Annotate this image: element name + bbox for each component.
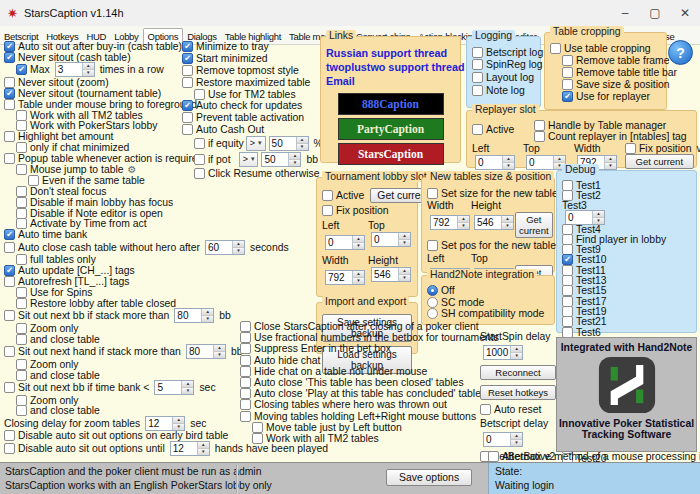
down-arrow-icon[interactable]: ▼ bbox=[83, 70, 94, 76]
checkbox-test17[interactable] bbox=[562, 296, 573, 307]
checkbox-restore-maximized-table[interactable] bbox=[182, 77, 193, 88]
save-options-button[interactable]: Save options bbox=[386, 469, 472, 486]
checkbox-suppress-enter-in-the-bet-box[interactable] bbox=[240, 343, 251, 354]
checkbox-zoom-only[interactable] bbox=[16, 359, 27, 370]
radio-sh-compatibility-mode[interactable] bbox=[427, 308, 438, 319]
get-current-button[interactable]: Get current bbox=[515, 212, 553, 238]
up-arrow-icon[interactable]: ▲ bbox=[511, 433, 522, 440]
checkbox-auto-reset[interactable] bbox=[480, 404, 491, 415]
checkbox-save-size-position[interactable] bbox=[562, 79, 573, 90]
checkbox-never-sitout-zoom[interactable] bbox=[4, 77, 15, 88]
checkbox-use-table-cropping[interactable] bbox=[550, 43, 561, 54]
width-spinner[interactable]: 792▲▼ bbox=[325, 270, 365, 285]
checkbox-sit-out-next-bb-if-stack-more-than[interactable] bbox=[4, 310, 15, 321]
spinner-arrows[interactable]: ▲▼ bbox=[510, 433, 522, 446]
up-arrow-icon[interactable]: ▲ bbox=[182, 381, 193, 388]
checkbox-spinreg-log[interactable] bbox=[472, 59, 483, 70]
spinner-arrows[interactable]: ▲▼ bbox=[501, 216, 513, 229]
checkbox-disable-auto-sit-out-options-until[interactable] bbox=[4, 443, 15, 454]
down-arrow-icon[interactable]: ▼ bbox=[458, 223, 469, 229]
left-spinner[interactable]: 0▲▼ bbox=[325, 235, 365, 250]
number-spinner[interactable]: 50▲▼ bbox=[261, 152, 301, 167]
down-arrow-icon[interactable]: ▼ bbox=[511, 353, 522, 359]
down-arrow-icon[interactable]: ▼ bbox=[605, 163, 616, 169]
spinner-arrows[interactable]: ▲▼ bbox=[197, 442, 209, 455]
up-arrow-icon[interactable]: ▲ bbox=[353, 236, 364, 243]
checkbox-note-log[interactable] bbox=[472, 85, 483, 96]
up-arrow-icon[interactable]: ▲ bbox=[511, 346, 522, 353]
checkbox-autorefresh-tl-tags[interactable] bbox=[4, 276, 15, 287]
checkbox-never-sitout-tournament-table[interactable]: ✔ bbox=[4, 88, 15, 99]
spinner-arrows[interactable]: ▲▼ bbox=[296, 137, 308, 150]
checkbox-count-replayer-in-ntables-tag[interactable] bbox=[534, 131, 545, 142]
spinner-arrows[interactable]: ▲▼ bbox=[398, 268, 410, 281]
checkbox-use-fractional-numbers-in-the-betbox-for-tournaments[interactable] bbox=[240, 332, 251, 343]
checkbox-fix-position[interactable] bbox=[625, 143, 636, 154]
height-spinner[interactable]: 546▲▼ bbox=[371, 267, 411, 282]
gear-icon[interactable]: ⚙ bbox=[128, 164, 137, 175]
checkbox-full-tables-only[interactable] bbox=[16, 254, 27, 265]
checkbox-test15[interactable] bbox=[562, 285, 573, 296]
checkbox-set-size-for-the-new-tables[interactable] bbox=[427, 188, 438, 199]
checkbox-mouse-jump-to-table[interactable] bbox=[16, 164, 27, 175]
checkbox-fix-position[interactable] bbox=[322, 205, 333, 216]
checkbox-auto-close-play-at-this-table-has-concluded-tables[interactable] bbox=[240, 388, 251, 399]
checkbox-hide-chat-on-a-table-not-under-mouse[interactable] bbox=[240, 366, 251, 377]
up-arrow-icon[interactable]: ▲ bbox=[233, 241, 244, 248]
checkbox-test21[interactable] bbox=[562, 316, 573, 327]
down-arrow-icon[interactable]: ▼ bbox=[173, 424, 184, 430]
down-arrow-icon[interactable]: ▼ bbox=[289, 160, 300, 166]
button-reconnect[interactable]: Reconnect bbox=[480, 365, 556, 380]
checkbox-test6[interactable] bbox=[562, 327, 573, 338]
checkbox-don-t-steal-focus[interactable] bbox=[16, 186, 27, 197]
checkbox-use-for-tm2-tables[interactable] bbox=[194, 89, 205, 100]
checkbox-alternative-method-of-a-mouse-processing-in-hud[interactable] bbox=[488, 451, 499, 462]
checkbox-moving-tables-holding-left-right-mouse-buttons[interactable] bbox=[240, 411, 251, 422]
comparison-dropdown[interactable]: >▾ bbox=[246, 136, 266, 151]
down-arrow-icon[interactable]: ▼ bbox=[182, 388, 193, 394]
up-arrow-icon[interactable]: ▲ bbox=[214, 345, 225, 352]
checkbox-zoom-only[interactable] bbox=[16, 395, 27, 406]
checkbox-highlight-bet-amount[interactable] bbox=[4, 131, 15, 142]
checkbox-and-close-table[interactable] bbox=[16, 405, 27, 416]
spinner-arrows[interactable]: ▲▼ bbox=[398, 233, 410, 246]
checkbox-auto-check-for-updates[interactable]: ✔ bbox=[182, 100, 193, 111]
down-arrow-icon[interactable]: ▼ bbox=[503, 163, 514, 169]
checkbox-click-resume-otherwise[interactable] bbox=[194, 168, 205, 179]
checkbox-close-starscaption-after-closing-of-a-poker-client[interactable] bbox=[240, 321, 251, 332]
up-arrow-icon[interactable]: ▲ bbox=[289, 153, 300, 160]
checkbox-zoom-only[interactable] bbox=[16, 323, 27, 334]
checkbox-activate-by-time-from-act[interactable] bbox=[16, 218, 27, 229]
checkbox-work-with-all-tm2-tables[interactable] bbox=[252, 433, 263, 444]
checkbox-auto-cash-out[interactable] bbox=[182, 124, 193, 135]
up-arrow-icon[interactable]: ▲ bbox=[399, 233, 410, 240]
down-arrow-icon[interactable]: ▼ bbox=[297, 144, 308, 150]
link-twoplustwo-support-thread[interactable]: twoplustwo support thread bbox=[326, 61, 465, 73]
number-spinner[interactable]: 80▲▼ bbox=[174, 308, 214, 323]
help-icon[interactable]: ? bbox=[668, 40, 693, 65]
radio-off[interactable] bbox=[427, 285, 438, 296]
spinner-arrows[interactable]: ▲▼ bbox=[82, 63, 94, 76]
checkbox-test10[interactable]: ✔ bbox=[562, 254, 573, 265]
up-arrow-icon[interactable]: ▲ bbox=[399, 268, 410, 275]
checkbox-popup-table-whenever-action-is-required[interactable] bbox=[4, 153, 15, 164]
minimize-icon[interactable]: – bbox=[610, 0, 640, 26]
checkbox-and-close-table[interactable] bbox=[16, 370, 27, 381]
checkbox-auto-time-bank[interactable]: ✔ bbox=[4, 229, 15, 240]
up-arrow-icon[interactable]: ▲ bbox=[198, 442, 209, 449]
number-spinner[interactable]: 0▲▼ bbox=[483, 432, 523, 447]
number-spinner[interactable]: 12▲▼ bbox=[170, 441, 210, 456]
spinner-arrows[interactable]: ▲▼ bbox=[181, 381, 193, 394]
top-spinner[interactable]: 0▲▼ bbox=[371, 232, 411, 247]
spinner-arrows[interactable]: ▲▼ bbox=[604, 156, 616, 169]
height-spinner[interactable]: 546▲▼ bbox=[474, 215, 514, 230]
checkbox-remove-table-title-bar[interactable] bbox=[562, 67, 573, 78]
spinner-arrows[interactable]: ▲▼ bbox=[457, 216, 469, 229]
up-arrow-icon[interactable]: ▲ bbox=[297, 137, 308, 144]
badge-888caption[interactable]: 888Caption bbox=[338, 93, 444, 115]
spinner-arrows[interactable]: ▲▼ bbox=[352, 236, 364, 249]
width-spinner[interactable]: 792▲▼ bbox=[430, 215, 470, 230]
up-arrow-icon[interactable]: ▲ bbox=[83, 63, 94, 70]
comparison-dropdown[interactable]: >▾ bbox=[239, 152, 259, 167]
checkbox-remove-table-frame[interactable] bbox=[562, 55, 573, 66]
